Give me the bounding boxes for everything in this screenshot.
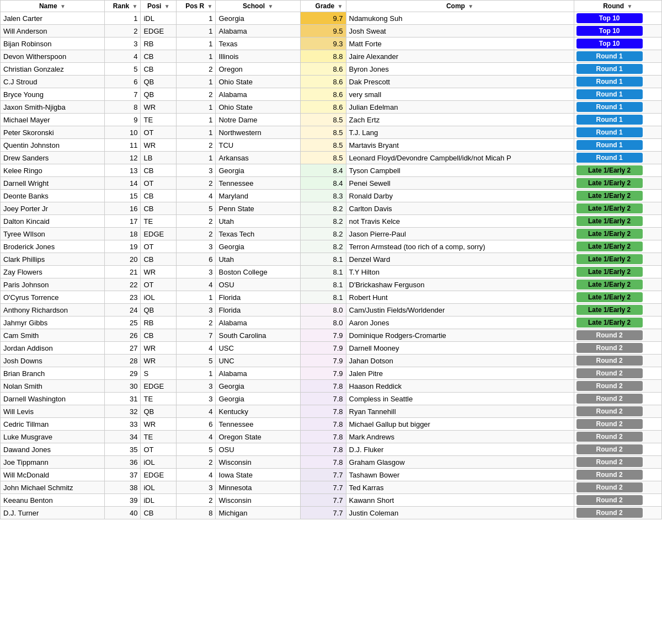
filter-icon-name[interactable]: ▼ (60, 3, 66, 9)
cell-rank: 20 (104, 253, 141, 266)
cell-posrank: 3 (177, 164, 216, 177)
cell-name: Devon Witherspoon (1, 50, 105, 63)
cell-pos: CB (141, 164, 177, 177)
cell-round: Round 1 (574, 152, 661, 164)
cell-school: Georgia (216, 12, 300, 25)
cell-pos: EDGE (141, 228, 177, 240)
cell-pos: CB (141, 190, 177, 202)
cell-round: Late 1/Early 2 (574, 215, 661, 228)
cell-round: Late 1/Early 2 (574, 228, 661, 240)
cell-round: Late 1/Early 2 (574, 190, 661, 202)
cell-grade: 8.8 (300, 50, 346, 63)
round-badge: Round 2 (576, 444, 643, 454)
cell-school: Utah (216, 253, 300, 266)
cell-posrank: 1 (177, 152, 216, 164)
cell-grade: 7.9 (300, 342, 346, 355)
cell-name: Quentin Johnston (1, 139, 105, 152)
cell-rank: 40 (104, 507, 141, 519)
cell-pos: CB (141, 63, 177, 76)
round-badge: Round 2 (576, 470, 643, 480)
table-row: O'Cyrus Torrence 23 iOL 1 Florida 8.1 Ro… (1, 291, 662, 304)
cell-posrank: 4 (177, 405, 216, 418)
cell-round: Round 2 (574, 507, 661, 519)
cell-pos: WR (141, 139, 177, 152)
filter-icon-round[interactable]: ▼ (627, 3, 633, 9)
cell-pos: CB (141, 202, 177, 215)
cell-rank: 8 (104, 101, 141, 114)
round-badge: Late 1/Early 2 (576, 229, 643, 239)
cell-name: Bijan Robinson (1, 37, 105, 50)
cell-round: Late 1/Early 2 (574, 278, 661, 291)
cell-comp: Ndamukong Suh (346, 12, 574, 25)
filter-icon-grade[interactable]: ▼ (338, 3, 343, 9)
cell-rank: 9 (104, 114, 141, 126)
cell-posrank: 6 (177, 418, 216, 431)
cell-pos: OT (141, 278, 177, 291)
cell-posrank: 1 (177, 126, 216, 139)
round-badge: Late 1/Early 2 (576, 318, 643, 328)
cell-school: Maryland (216, 190, 300, 202)
cell-school: Wisconsin (216, 456, 300, 469)
filter-icon-comp[interactable]: ▼ (468, 3, 473, 9)
cell-rank: 26 (104, 329, 141, 342)
round-badge: Late 1/Early 2 (576, 178, 643, 188)
cell-round: Round 1 (574, 76, 661, 88)
cell-name: Anthony Richardson (1, 304, 105, 316)
cell-name: Joey Porter Jr (1, 202, 105, 215)
cell-grade: 8.1 (300, 253, 346, 266)
cell-comp: Michael Gallup but bigger (346, 418, 574, 431)
cell-grade: 7.7 (300, 469, 346, 481)
cell-rank: 15 (104, 190, 141, 202)
cell-rank: 6 (104, 76, 141, 88)
cell-round: Round 1 (574, 63, 661, 76)
cell-round: Round 2 (574, 456, 661, 469)
round-badge: Late 1/Early 2 (576, 242, 643, 251)
cell-round: Late 1/Early 2 (574, 304, 661, 316)
cell-posrank: 4 (177, 431, 216, 443)
cell-rank: 29 (104, 367, 141, 380)
round-badge: Round 2 (576, 343, 643, 353)
cell-grade: 7.8 (300, 380, 346, 393)
filter-icon-school[interactable]: ▼ (268, 3, 273, 9)
cell-comp: Kawann Short (346, 494, 574, 507)
cell-posrank: 5 (177, 355, 216, 367)
table-row: Jalen Carter 1 iDL 1 Georgia 9.7 Ndamuko… (1, 12, 662, 25)
cell-grade: 7.8 (300, 431, 346, 443)
table-row: Peter Skoronski 10 OT 1 Northwestern 8.5… (1, 126, 662, 139)
table-row: Will Levis 32 QB 4 Kentucky 7.8 Ryan Tan… (1, 405, 662, 418)
cell-grade: 9.7 (300, 12, 346, 25)
cell-comp: not Travis Kelce (346, 215, 574, 228)
cell-name: Josh Downs (1, 355, 105, 367)
cell-name: Will Levis (1, 405, 105, 418)
filter-icon-posrank[interactable]: ▼ (207, 3, 213, 9)
cell-school: Florida (216, 291, 300, 304)
cell-comp: Jahan Dotson (346, 355, 574, 367)
cell-name: Will McDonald (1, 469, 105, 481)
cell-round: Top 10 (574, 25, 661, 37)
cell-posrank: 3 (177, 393, 216, 405)
round-badge: Late 1/Early 2 (576, 216, 643, 226)
round-badge: Round 2 (576, 406, 643, 416)
filter-icon-rank[interactable]: ▼ (132, 3, 138, 9)
cell-name: Clark Phillips (1, 253, 105, 266)
cell-rank: 36 (104, 456, 141, 469)
cell-grade: 7.8 (300, 418, 346, 431)
cell-name: Jahmyr Gibbs (1, 316, 105, 329)
cell-pos: WR (141, 418, 177, 431)
cell-rank: 1 (104, 12, 141, 25)
cell-pos: WR (141, 342, 177, 355)
cell-school: TCU (216, 139, 300, 152)
cell-grade: 8.6 (300, 76, 346, 88)
round-badge: Round 1 (576, 115, 643, 125)
cell-posrank: 2 (177, 88, 216, 101)
cell-comp: Martavis Bryant (346, 139, 574, 152)
round-badge: Round 2 (576, 356, 643, 366)
cell-name: Will Anderson (1, 25, 105, 37)
cell-round: Late 1/Early 2 (574, 164, 661, 177)
filter-icon-pos[interactable]: ▼ (164, 3, 170, 9)
round-badge: Round 2 (576, 482, 643, 492)
cell-pos: TE (141, 431, 177, 443)
cell-name: Jalen Carter (1, 12, 105, 25)
round-badge: Round 2 (576, 495, 643, 505)
table-row: Kelee Ringo 13 CB 3 Georgia 8.4 Tyson Ca… (1, 164, 662, 177)
